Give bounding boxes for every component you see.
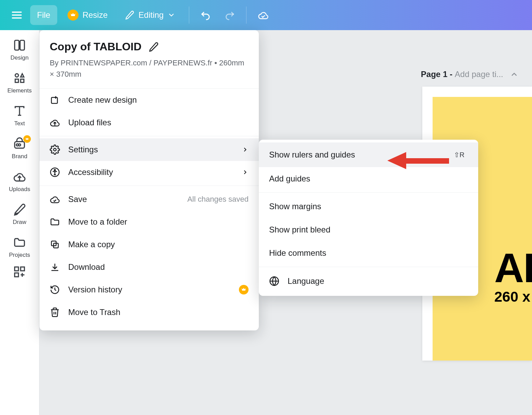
edit-title-icon[interactable]: [148, 42, 159, 52]
file-menu: Copy of TABLOID By PRINTNEWSPAPER.com / …: [39, 30, 259, 330]
svg-rect-17: [15, 273, 19, 277]
redo-icon: [224, 10, 235, 21]
menu-item-upload-files[interactable]: Upload files: [39, 111, 259, 134]
menu-item-label: Create new design: [68, 95, 249, 105]
page-title-placeholder: Add page ti...: [455, 70, 503, 79]
divider: [259, 267, 478, 267]
sidebar-item-elements[interactable]: Elements: [0, 72, 39, 94]
page-number: Page 1 -: [421, 70, 455, 79]
submenu-item-label: Show rulers and guides: [269, 150, 442, 160]
menu-item-move-folder[interactable]: Move to a folder: [39, 211, 259, 233]
sidebar-item-uploads[interactable]: Uploads: [0, 170, 39, 193]
hamburger-icon: [11, 9, 23, 21]
draw-icon: [13, 203, 26, 216]
submenu-item-add-guides[interactable]: Add guides: [259, 167, 478, 190]
svg-rect-20: [51, 98, 58, 104]
file-menu-header: Copy of TABLOID By PRINTNEWSPAPER.com / …: [39, 30, 259, 89]
submenu-item-show-margins[interactable]: Show margins: [259, 195, 478, 218]
svg-point-13: [19, 144, 21, 146]
crown-badge-icon: [23, 135, 31, 143]
menu-item-save[interactable]: Save All changes saved: [39, 188, 259, 211]
svg-rect-15: [15, 267, 19, 271]
menu-item-label: Settings: [68, 145, 233, 154]
svg-rect-7: [15, 79, 19, 83]
uploads-icon: [13, 170, 26, 183]
chevron-up-icon[interactable]: [510, 70, 518, 78]
sidebar-label: Design: [11, 54, 29, 61]
document-title: Copy of TABLOID: [50, 40, 142, 53]
file-button-label: File: [37, 10, 50, 20]
sidebar-item-draw[interactable]: Draw: [0, 203, 39, 226]
menu-item-make-copy[interactable]: Make a copy: [39, 233, 259, 256]
editing-button-label: Editing: [138, 10, 164, 20]
menu-button[interactable]: [7, 5, 27, 25]
divider: [246, 7, 246, 24]
submenu-item-label: Show print bleed: [269, 225, 468, 235]
cloud-check-icon: [50, 194, 60, 204]
cloud-sync-button[interactable]: [253, 5, 273, 25]
submenu-item-label: Add guides: [269, 174, 468, 184]
create-icon: [50, 95, 60, 105]
gear-icon: [50, 144, 60, 155]
download-icon: [50, 262, 60, 272]
menu-item-label: Move to a folder: [68, 217, 249, 227]
top-bar: File Resize Editing: [0, 0, 532, 30]
sidebar-item-apps[interactable]: [0, 265, 39, 278]
cloud-check-icon: [258, 10, 269, 21]
editing-mode-button[interactable]: Editing: [118, 5, 182, 25]
trash-icon: [50, 307, 60, 317]
menu-item-label: Upload files: [68, 118, 249, 127]
submenu-item-label: Language: [288, 276, 468, 286]
menu-item-settings[interactable]: Settings: [39, 138, 259, 161]
menu-item-label: Move to Trash: [68, 307, 249, 317]
elements-icon: [13, 72, 26, 85]
undo-button[interactable]: [196, 5, 216, 25]
sidebar-item-text[interactable]: Text: [0, 104, 39, 127]
document-heading: AB: [494, 244, 532, 291]
chevron-right-icon: [242, 169, 249, 176]
copy-icon: [50, 239, 60, 250]
upload-icon: [50, 117, 60, 128]
projects-icon: [13, 236, 26, 249]
file-button[interactable]: File: [30, 5, 57, 25]
redo-button[interactable]: [219, 5, 239, 25]
menu-item-version-history[interactable]: Version history: [39, 278, 259, 301]
submenu-item-label: Hide comments: [269, 248, 468, 258]
document-subheading: 260 x: [494, 289, 530, 305]
menu-item-trash[interactable]: Move to Trash: [39, 301, 259, 324]
divider: [39, 136, 259, 136]
sidebar: Design Elements Text Brand Uploads Draw …: [0, 30, 39, 415]
menu-item-download[interactable]: Download: [39, 256, 259, 278]
page-header[interactable]: Page 1 - Add page ti...: [421, 70, 518, 79]
menu-item-label: Download: [68, 262, 249, 272]
divider: [189, 7, 189, 24]
sidebar-item-projects[interactable]: Projects: [0, 236, 39, 259]
menu-item-label: Save: [68, 194, 179, 204]
menu-item-create-design[interactable]: Create new design: [39, 89, 259, 111]
save-status: All changes saved: [187, 195, 249, 204]
submenu-item-language[interactable]: Language: [259, 269, 478, 293]
svg-marker-6: [21, 74, 24, 77]
submenu-item-show-print-bleed[interactable]: Show print bleed: [259, 218, 478, 241]
svg-point-24: [53, 148, 56, 151]
svg-rect-4: [20, 40, 25, 50]
history-icon: [50, 285, 60, 295]
menu-item-accessibility[interactable]: Accessibility: [39, 161, 259, 184]
pencil-icon: [125, 10, 134, 20]
sidebar-item-brand[interactable]: Brand: [0, 137, 39, 160]
sidebar-label: Brand: [12, 153, 27, 160]
chevron-down-icon: [168, 11, 175, 19]
sidebar-label: Projects: [9, 252, 30, 259]
submenu-item-show-rulers[interactable]: Show rulers and guides ⇧R: [259, 142, 478, 167]
resize-button[interactable]: Resize: [61, 5, 114, 25]
sidebar-item-design[interactable]: Design: [0, 39, 39, 61]
settings-submenu: Show rulers and guides ⇧R Add guides Sho…: [259, 140, 478, 296]
submenu-item-label: Show margins: [269, 202, 468, 211]
submenu-item-hide-comments[interactable]: Hide comments: [259, 241, 478, 265]
menu-item-label: Accessibility: [68, 167, 233, 177]
sidebar-label: Text: [14, 120, 25, 127]
sidebar-label: Draw: [13, 219, 26, 226]
undo-icon: [201, 10, 211, 21]
svg-rect-16: [21, 267, 24, 271]
design-icon: [13, 39, 26, 52]
